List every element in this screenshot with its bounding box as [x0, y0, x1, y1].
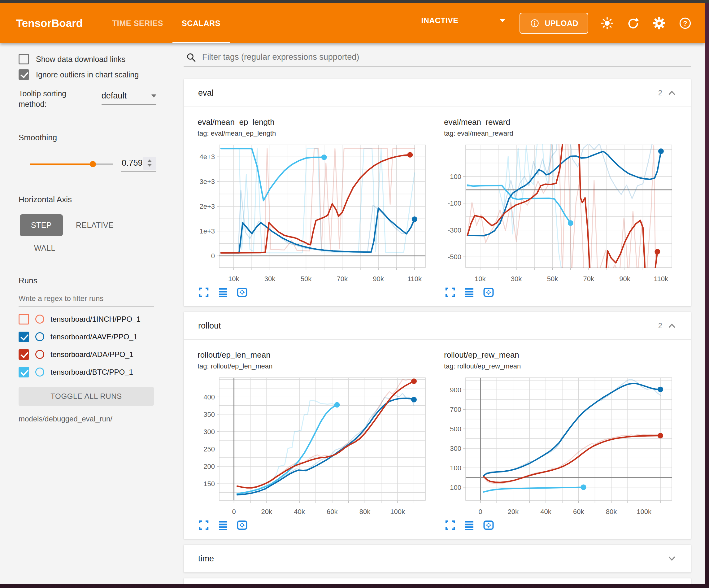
svg-text:200: 200 — [203, 463, 215, 470]
run-data-icon[interactable] — [464, 287, 475, 298]
stepper-down-icon[interactable] — [148, 164, 152, 167]
svg-text:0: 0 — [211, 252, 215, 260]
svg-text:20k: 20k — [261, 508, 272, 515]
svg-text:100: 100 — [450, 464, 461, 472]
svg-text:900: 900 — [450, 386, 461, 394]
run-row-aave[interactable]: tensorboard/AAVE/PPO_1 — [0, 332, 156, 342]
runs-directory-path: models/debugged_eval_run/ — [0, 415, 156, 423]
tooltip-sorting-value: default — [102, 91, 127, 101]
chart-rollout-ep-len-mean: rollout/ep_len_mean tag: rollout/ep_len_… — [198, 350, 430, 531]
section-title: time — [198, 554, 214, 564]
section-count-badge: 2 — [658, 322, 662, 330]
svg-text:90k: 90k — [373, 275, 384, 283]
chevron-up-icon[interactable] — [667, 88, 677, 97]
dashboard-main: eval 2 eval/mean_ep_length tag: eval/mea… — [156, 43, 705, 584]
chart-title: rollout/ep_len_mean — [198, 350, 430, 360]
expand-chart-icon[interactable] — [198, 519, 209, 531]
brightness-icon[interactable] — [600, 16, 614, 30]
svg-text:-100: -100 — [448, 199, 461, 207]
axis-step-button[interactable]: STEP — [20, 214, 63, 236]
line-chart-plot[interactable]: 10k30k50k70k90k110k01e+32e+33e+34e+3 — [198, 140, 430, 287]
status-dropdown[interactable]: INACTIVE — [421, 16, 505, 30]
fit-domain-icon[interactable] — [483, 519, 494, 531]
run-checkbox[interactable] — [19, 367, 29, 378]
desktop-top-edge — [0, 0, 709, 3]
run-row-btc[interactable]: tensorboard/BTC/PPO_1 — [0, 367, 156, 378]
chevron-down-icon[interactable] — [667, 554, 677, 563]
svg-text:80k: 80k — [606, 508, 617, 515]
svg-text:60k: 60k — [573, 508, 584, 515]
chevron-up-icon[interactable] — [667, 322, 677, 330]
run-checkbox[interactable] — [19, 314, 29, 325]
refresh-icon[interactable] — [626, 16, 640, 30]
run-row-1inch[interactable]: tensorboard/1INCH/PPO_1 — [0, 314, 156, 325]
section-title: rollout — [198, 321, 221, 331]
sidebar-divider — [0, 183, 156, 183]
run-color-ring — [35, 314, 44, 324]
run-color-ring — [35, 367, 44, 377]
section-card-eval: eval 2 eval/mean_ep_length tag: eval/mea… — [184, 79, 691, 306]
svg-text:30k: 30k — [264, 275, 275, 283]
section-header-rollout[interactable]: rollout 2 — [184, 312, 691, 339]
line-chart-plot[interactable]: 020k40k60k80k100k900700500300100-100 — [444, 373, 677, 519]
axis-relative-button[interactable]: RELATIVE — [75, 218, 115, 232]
tab-scalars[interactable]: SCALARS — [173, 3, 230, 43]
upload-button[interactable]: UPLOAD — [520, 13, 588, 34]
line-chart-plot[interactable]: 10k30k50k70k90k110k100-100-300-500 — [444, 140, 677, 287]
chart-tag: tag: eval/mean_ep_length — [198, 129, 430, 137]
svg-text:1e+3: 1e+3 — [200, 227, 215, 235]
svg-text:40k: 40k — [294, 508, 305, 515]
header-actions: INACTIVE UPLOAD — [421, 3, 705, 43]
svg-text:400: 400 — [203, 393, 215, 401]
svg-text:700: 700 — [450, 406, 461, 413]
smoothing-slider-thumb[interactable] — [90, 161, 96, 167]
run-color-ring — [35, 332, 44, 341]
tooltip-sorting-select[interactable]: default — [102, 91, 156, 105]
settings-icon[interactable] — [652, 16, 666, 30]
tab-time-series[interactable]: TIME SERIES — [103, 3, 173, 43]
expand-chart-icon[interactable] — [445, 519, 456, 531]
help-icon[interactable]: ? — [678, 16, 692, 30]
smoothing-stepper[interactable] — [143, 157, 156, 170]
chart-tag: tag: eval/mean_reward — [444, 129, 677, 137]
svg-text:-300: -300 — [448, 226, 461, 234]
svg-text:60k: 60k — [326, 508, 338, 515]
run-row-ada[interactable]: tensorboard/ADA/PPO_1 — [0, 349, 156, 360]
fit-domain-icon[interactable] — [237, 287, 248, 298]
filter-tags-input[interactable] — [202, 52, 691, 62]
browser-viewport: TensorBoard TIME SERIES SCALARS INACTIVE… — [0, 3, 705, 584]
horizontal-axis-label: Horizontal Axis — [0, 195, 156, 204]
section-header-time[interactable]: time — [184, 545, 691, 572]
fit-domain-icon[interactable] — [237, 519, 248, 531]
run-name: tensorboard/ADA/PPO_1 — [50, 350, 133, 359]
svg-text:10k: 10k — [228, 275, 239, 283]
run-data-icon[interactable] — [217, 519, 229, 531]
svg-text:20k: 20k — [508, 508, 519, 515]
section-title: eval — [198, 88, 214, 98]
axis-wall-button[interactable]: WALL — [33, 241, 57, 255]
run-checkbox[interactable] — [19, 349, 29, 360]
chart-toolbar — [444, 287, 677, 298]
svg-text:250: 250 — [203, 445, 215, 453]
runs-filter-input[interactable] — [19, 294, 154, 307]
tooltip-sorting-label: Tooltip sorting method: — [19, 88, 80, 110]
toggle-all-runs-button[interactable]: TOGGLE ALL RUNS — [19, 387, 154, 406]
run-checkbox[interactable] — [19, 332, 29, 342]
fit-domain-icon[interactable] — [483, 287, 494, 298]
ignore-outliers-checkbox[interactable] — [19, 69, 29, 80]
smoothing-slider[interactable] — [30, 161, 113, 168]
line-chart-plot[interactable]: 020k40k60k80k100k150200250300350400 — [198, 373, 430, 519]
run-data-icon[interactable] — [464, 519, 475, 531]
svg-text:30k: 30k — [511, 275, 522, 283]
section-card-partial — [184, 578, 691, 584]
show-download-links-checkbox[interactable] — [19, 54, 29, 65]
stepper-up-icon[interactable] — [148, 159, 152, 162]
section-header-eval[interactable]: eval 2 — [184, 79, 691, 106]
expand-chart-icon[interactable] — [445, 287, 456, 298]
run-data-icon[interactable] — [217, 287, 229, 298]
app-header: TensorBoard TIME SERIES SCALARS INACTIVE… — [0, 3, 705, 43]
smoothing-value-input[interactable] — [121, 158, 143, 168]
expand-chart-icon[interactable] — [198, 287, 209, 298]
svg-text:300: 300 — [203, 428, 215, 436]
svg-text:70k: 70k — [337, 275, 348, 283]
